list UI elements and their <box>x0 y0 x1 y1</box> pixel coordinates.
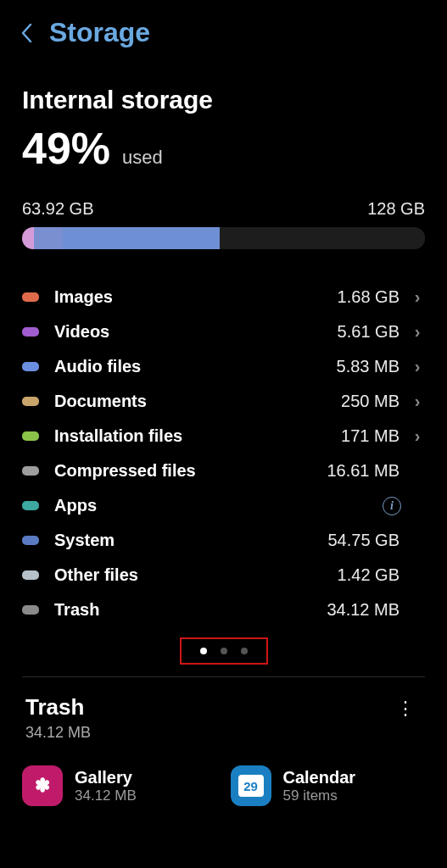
gallery-icon: ✽ <box>22 765 63 806</box>
chevron-right-icon: › <box>410 322 425 342</box>
category-label: System <box>54 531 327 550</box>
back-icon[interactable] <box>20 23 32 43</box>
category-color-icon <box>22 431 39 441</box>
divider <box>22 676 425 677</box>
trash-app-calendar[interactable]: 29Calendar59 items <box>231 765 426 806</box>
calendar-date: 29 <box>238 775 264 797</box>
category-row-installation-files[interactable]: Installation files171 MB› <box>22 419 425 453</box>
page-title: Storage <box>49 17 150 48</box>
page-dot[interactable] <box>241 648 248 654</box>
category-color-icon <box>22 362 39 371</box>
category-color-icon <box>22 605 39 615</box>
category-label: Trash <box>54 600 327 620</box>
trash-section-header: Trash 34.12 MB ⋮ <box>22 694 425 742</box>
category-label: Compressed files <box>54 461 327 481</box>
storage-bar-segment <box>220 227 425 249</box>
storage-bar-segment <box>34 227 62 249</box>
category-label: Documents <box>54 392 341 411</box>
page-dot[interactable] <box>221 648 227 654</box>
app-name: Gallery <box>75 768 137 787</box>
category-color-icon <box>22 570 39 580</box>
used-label: used <box>122 147 163 169</box>
app-subtitle: 59 items <box>283 787 356 804</box>
category-list: Images1.68 GB›Videos5.61 GB›Audio files5… <box>22 280 425 627</box>
category-row-system: System54.75 GB <box>22 523 425 558</box>
category-size: 34.12 MB <box>327 600 400 620</box>
chevron-right-icon: › <box>410 357 425 376</box>
trash-apps-row: ✽Gallery34.12 MB29Calendar59 items <box>22 765 425 806</box>
category-color-icon <box>22 536 39 545</box>
trash-title: Trash <box>25 694 91 721</box>
category-row-trash: Trash34.12 MB <box>22 593 425 627</box>
category-label: Audio files <box>54 357 337 376</box>
category-size: 5.83 MB <box>337 357 400 376</box>
app-text: Gallery34.12 MB <box>75 768 137 804</box>
category-row-videos[interactable]: Videos5.61 GB› <box>22 314 425 349</box>
trash-subtitle: 34.12 MB <box>25 724 91 742</box>
section-title: Internal storage <box>22 86 425 114</box>
category-row-audio-files[interactable]: Audio files5.83 MB› <box>22 349 425 384</box>
category-size: 54.75 GB <box>327 531 400 550</box>
category-color-icon <box>22 327 39 337</box>
calendar-icon: 29 <box>231 765 271 806</box>
category-color-icon <box>22 292 39 302</box>
category-row-apps: Appsi <box>22 488 425 523</box>
trash-title-block[interactable]: Trash 34.12 MB <box>25 694 91 742</box>
used-amount: 63.92 GB <box>22 199 94 219</box>
category-color-icon <box>22 397 39 406</box>
storage-bar <box>22 227 425 249</box>
app-text: Calendar59 items <box>283 768 356 804</box>
usage-amount-row: 63.92 GB 128 GB <box>22 199 425 219</box>
category-size: 171 MB <box>341 426 400 446</box>
category-label: Installation files <box>54 426 341 446</box>
category-size: 5.61 GB <box>338 322 400 342</box>
pagination-dots[interactable] <box>180 637 268 665</box>
category-label: Images <box>54 287 338 307</box>
chevron-right-icon: › <box>410 287 425 307</box>
storage-bar-segment <box>22 227 34 249</box>
usage-percent-row: 49% used <box>22 123 425 174</box>
chevron-right-icon: › <box>410 426 425 446</box>
category-label: Other files <box>54 565 338 585</box>
category-label: Apps <box>54 496 383 515</box>
app-header: Storage <box>0 0 447 57</box>
app-name: Calendar <box>283 768 356 787</box>
category-size: 16.61 MB <box>327 461 400 481</box>
category-size: 1.42 GB <box>338 565 400 585</box>
trash-app-gallery[interactable]: ✽Gallery34.12 MB <box>22 765 217 806</box>
category-label: Videos <box>54 322 338 342</box>
category-row-images[interactable]: Images1.68 GB› <box>22 280 425 314</box>
main-content: Internal storage 49% used 63.92 GB 128 G… <box>0 57 447 806</box>
pagination-wrap <box>22 637 425 665</box>
category-color-icon <box>22 501 39 510</box>
page-dot[interactable] <box>200 648 207 654</box>
usage-percent: 49% <box>22 123 110 174</box>
category-size: 250 MB <box>341 392 400 411</box>
total-amount: 128 GB <box>367 199 425 219</box>
app-subtitle: 34.12 MB <box>75 787 137 804</box>
category-row-documents[interactable]: Documents250 MB› <box>22 384 425 419</box>
info-icon[interactable]: i <box>383 497 401 515</box>
more-icon[interactable]: ⋮ <box>389 694 422 723</box>
category-color-icon <box>22 466 39 476</box>
category-size: 1.68 GB <box>338 287 400 307</box>
chevron-right-icon: › <box>410 392 425 411</box>
category-row-other-files: Other files1.42 GB <box>22 558 425 593</box>
storage-bar-segment <box>63 227 220 249</box>
category-row-compressed-files: Compressed files16.61 MB <box>22 453 425 488</box>
